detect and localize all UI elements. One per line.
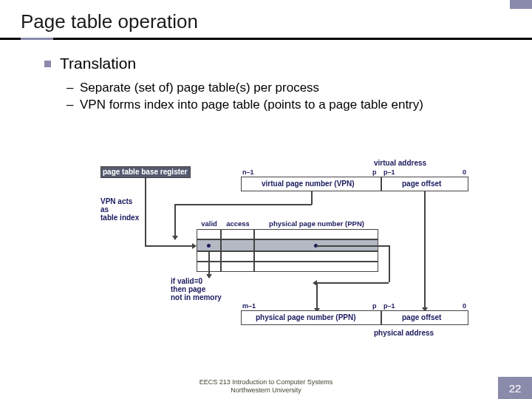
tick-p-pa: p: [372, 302, 377, 310]
offset-line: [424, 191, 426, 308]
ppn-line-h1: [316, 245, 389, 247]
tick-p1-pa: p–1: [383, 302, 395, 310]
vpn-line-v1: [311, 191, 313, 205]
ppn-line-h2: [316, 282, 389, 284]
invalid-label: if valid=0 then page not in memory: [171, 277, 222, 301]
bullet-level1: Translation: [44, 55, 510, 72]
col-valid: valid: [197, 219, 221, 228]
valid-line: [208, 251, 210, 275]
pt-r3-c1: [221, 262, 254, 272]
tick-p1: p–1: [383, 168, 395, 176]
corner-accent: [510, 0, 532, 9]
pt-r2-c2: [254, 251, 378, 262]
sub-item: –VPN forms index into page table (points…: [66, 97, 510, 114]
sub-list: –Separate (set of) page table(s) per pro…: [66, 80, 510, 114]
content: Translation –Separate (set of) page tabl…: [0, 40, 532, 114]
translation-diagram: page table base register virtual address…: [100, 159, 485, 351]
square-bullet-icon: [44, 61, 51, 67]
sub-item: –Separate (set of) page table(s) per pro…: [66, 80, 510, 97]
tick-0-pa: 0: [463, 302, 466, 310]
page-offset-label-va: page offset: [402, 180, 441, 188]
pt-r0-c1: [221, 229, 254, 239]
footer-line1: EECS 213 Introduction to Computer System…: [0, 378, 532, 386]
sub-text: VPN forms index into page table (points …: [80, 98, 423, 112]
ppn-label-pa: physical page number (PPN): [256, 313, 356, 321]
page-number: 22: [498, 377, 532, 399]
vpn-line-v2: [174, 204, 176, 236]
vpn-line-h: [174, 204, 312, 205]
pt-r0-c0: [197, 229, 221, 239]
ppn-line-v2: [316, 282, 318, 309]
physical-address-label: physical address: [374, 329, 434, 337]
ptbr-label: page table base register: [103, 168, 188, 176]
ppn-line-v: [389, 245, 390, 282]
tick-n1: n–1: [242, 168, 254, 176]
tick-0: 0: [463, 168, 466, 176]
sub-text: Separate (set of) page table(s) per proc…: [80, 81, 319, 95]
tick-m1: m–1: [242, 302, 256, 310]
pt-r3-c2: [254, 262, 378, 272]
vpn-label: virtual page number (VPN): [262, 180, 355, 188]
dot-valid: [207, 244, 211, 248]
footer-line2: Northwestern University: [0, 386, 532, 395]
pt-r2-c1: [221, 251, 254, 262]
page-title: Page table operation: [21, 10, 532, 33]
footer: EECS 213 Introduction to Computer System…: [0, 378, 532, 395]
virtual-address-label: virtual address: [374, 159, 426, 167]
title-area: Page table operation: [0, 0, 532, 33]
col-access: access: [222, 219, 253, 228]
title-rule: [0, 38, 532, 40]
tick-p: p: [372, 168, 377, 176]
pt-r0-c2: [254, 229, 378, 239]
bullet-text: Translation: [60, 55, 136, 72]
ptbr-line-v: [145, 178, 146, 246]
page-offset-label-pa: page offset: [402, 313, 441, 321]
pt-r1-c1: [221, 239, 254, 251]
vpn-acts-label: VPN acts as table index: [100, 197, 139, 222]
ptbr-line-h: [145, 245, 193, 247]
col-ppn: physical page number (PPN): [256, 219, 378, 228]
